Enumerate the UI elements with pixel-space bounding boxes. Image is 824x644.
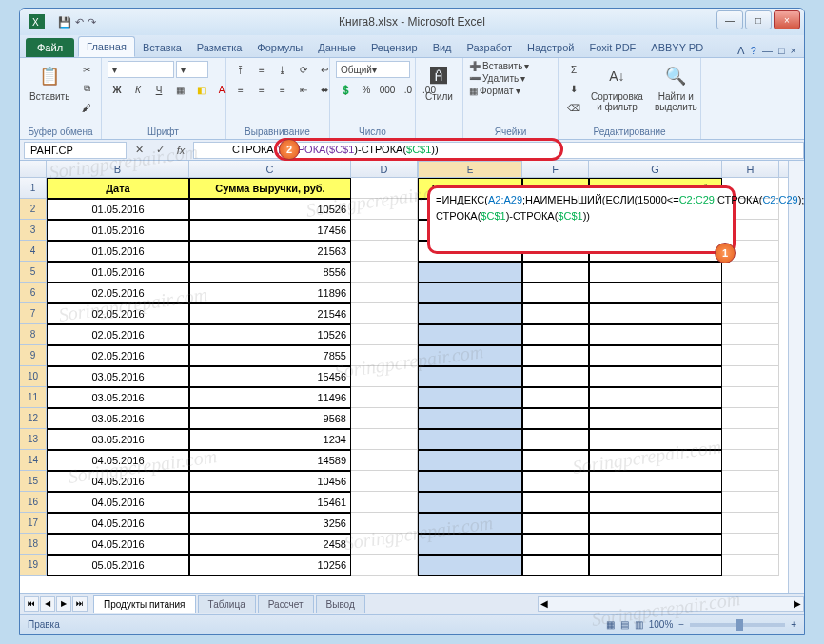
cell[interactable]	[351, 492, 418, 513]
cell-sum[interactable]: 10526	[189, 199, 351, 220]
cell-sum2[interactable]	[589, 429, 722, 450]
cell-name[interactable]	[418, 387, 522, 408]
tab-addins[interactable]: Надстрой	[520, 38, 581, 57]
cell-name[interactable]	[418, 471, 522, 492]
cell-sum[interactable]: 15461	[189, 492, 351, 513]
cell[interactable]	[351, 555, 418, 576]
doc-min-icon[interactable]: —	[762, 45, 773, 57]
cell[interactable]	[351, 450, 418, 471]
orientation-icon[interactable]: ⟳	[294, 61, 313, 78]
rowhead[interactable]: 10	[20, 366, 47, 387]
cell-date[interactable]: 04.05.2016	[47, 450, 189, 471]
cell-date[interactable]: 05.05.2016	[47, 555, 189, 576]
tab-abbyy[interactable]: ABBYY PD	[643, 38, 711, 57]
sheet-nav-prev-icon[interactable]: ◀	[40, 596, 55, 612]
cell[interactable]	[722, 429, 779, 450]
rowhead[interactable]: 12	[20, 408, 47, 429]
cell-name[interactable]	[418, 492, 522, 513]
cell-date[interactable]: 03.05.2016	[47, 429, 189, 450]
underline-icon[interactable]: Ч	[149, 81, 168, 98]
cell-sum2[interactable]	[589, 262, 722, 283]
cell-date2[interactable]	[522, 450, 589, 471]
rowhead[interactable]: 9	[20, 345, 47, 366]
tab-view[interactable]: Вид	[425, 38, 460, 57]
bold-icon[interactable]: Ж	[108, 81, 127, 98]
cell-sum[interactable]: 21563	[189, 241, 351, 262]
colhead-H[interactable]: H	[722, 161, 779, 177]
colhead-B[interactable]: B	[47, 161, 189, 177]
number-format-select[interactable]: Общий ▾	[336, 61, 410, 78]
tab-foxit[interactable]: Foxit PDF	[581, 38, 643, 57]
cell-sum2[interactable]	[589, 555, 722, 576]
find-button[interactable]: 🔍 Найти и выделить	[651, 61, 701, 114]
align-mid-icon[interactable]: ≡	[252, 61, 271, 78]
cell-sum[interactable]: 14589	[189, 450, 351, 471]
align-center-icon[interactable]: ≡	[252, 81, 271, 98]
zoom-level[interactable]: 100%	[649, 619, 674, 630]
border-icon[interactable]: ▦	[170, 81, 189, 98]
autosum-icon[interactable]: Σ	[564, 61, 583, 78]
cell-sum[interactable]: 17456	[189, 220, 351, 241]
cell-date2[interactable]	[522, 366, 589, 387]
enter-formula-icon[interactable]: ✓	[151, 142, 168, 159]
styles-button[interactable]: 🅰 Стили	[422, 61, 457, 104]
cell-name[interactable]	[418, 513, 522, 534]
format-painter-icon[interactable]: 🖌	[77, 99, 96, 116]
cell[interactable]	[351, 303, 418, 324]
align-top-icon[interactable]: ⭱	[231, 61, 250, 78]
horizontal-scrollbar[interactable]: ◀▶	[538, 596, 804, 612]
cell[interactable]	[722, 283, 779, 303]
rowhead[interactable]: 14	[20, 450, 47, 471]
rowhead[interactable]: 11	[20, 387, 47, 408]
sort-filter-button[interactable]: A↓ Сортировка и фильтр	[587, 61, 647, 114]
cell-date2[interactable]	[522, 408, 589, 429]
cell-date[interactable]: 01.05.2016	[47, 220, 189, 241]
cell-sum2[interactable]	[589, 303, 722, 324]
cell-name[interactable]	[418, 303, 522, 324]
cell-date[interactable]: 01.05.2016	[47, 199, 189, 220]
cell-date[interactable]: 03.05.2016	[47, 366, 189, 387]
tab-home[interactable]: Главная	[78, 36, 135, 57]
cell[interactable]	[722, 345, 779, 366]
cell-sum[interactable]: 11896	[189, 283, 351, 303]
view-pagebreak-icon[interactable]: ▥	[635, 619, 643, 630]
cell-date[interactable]: 04.05.2016	[47, 534, 189, 555]
rowhead[interactable]: 3	[20, 220, 47, 241]
comma-icon[interactable]: 000	[378, 81, 397, 98]
rowhead[interactable]: 17	[20, 513, 47, 534]
cell[interactable]	[722, 366, 779, 387]
colhead-E[interactable]: E	[418, 161, 522, 178]
cell[interactable]	[351, 199, 418, 220]
cell-date2[interactable]	[522, 283, 589, 303]
zoom-in-button[interactable]: +	[791, 619, 796, 630]
cell-date[interactable]: 04.05.2016	[47, 471, 189, 492]
cell-sum[interactable]: 21546	[189, 303, 351, 324]
sheet-tab-1[interactable]: Таблица	[198, 595, 256, 613]
rowhead[interactable]: 15	[20, 471, 47, 492]
delete-cells-button[interactable]: ➖Удалить ▾	[469, 73, 525, 84]
cell-sum[interactable]: 10256	[189, 555, 351, 576]
cell-date2[interactable]	[522, 324, 589, 345]
cell-name[interactable]	[418, 345, 522, 366]
cell[interactable]	[722, 450, 779, 471]
select-all-corner[interactable]	[20, 161, 47, 177]
clear-icon[interactable]: ⌫	[564, 99, 583, 116]
cell[interactable]	[351, 471, 418, 492]
rowhead[interactable]: 13	[20, 429, 47, 450]
cell-name[interactable]	[418, 283, 522, 303]
cell-sum2[interactable]	[589, 324, 722, 345]
fill-icon[interactable]: ⬇	[564, 80, 583, 97]
cell-date2[interactable]	[522, 387, 589, 408]
cell-sum[interactable]: 10456	[189, 471, 351, 492]
cell-sum2[interactable]	[589, 283, 722, 303]
cut-icon[interactable]: ✂	[77, 61, 96, 78]
cell-sum2[interactable]	[589, 471, 722, 492]
sheet-nav-first-icon[interactable]: ⏮	[24, 596, 39, 612]
rowhead[interactable]: 8	[20, 324, 47, 345]
cell-sum[interactable]: 10526	[189, 324, 351, 345]
cell-sum[interactable]: 11496	[189, 387, 351, 408]
cell-sum[interactable]: 8556	[189, 262, 351, 283]
cell-sum2[interactable]	[589, 387, 722, 408]
tab-review[interactable]: Рецензир	[363, 38, 425, 57]
cell-date2[interactable]	[522, 303, 589, 324]
